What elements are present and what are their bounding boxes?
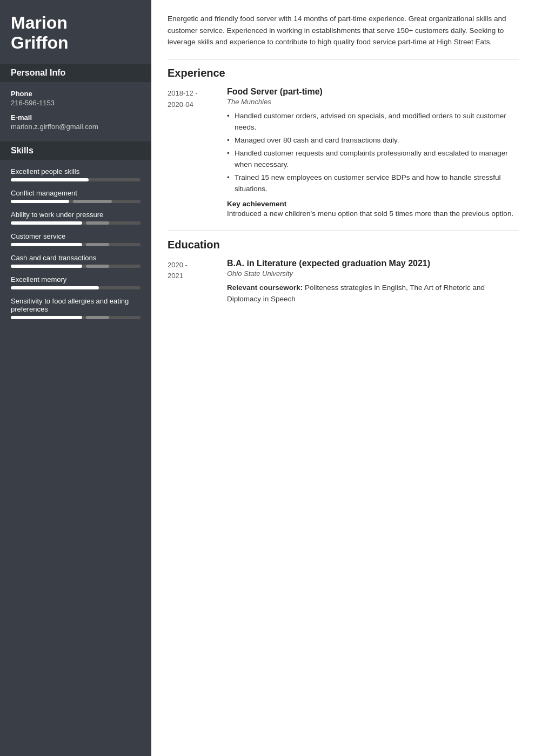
skill-bar: [11, 243, 141, 246]
skill-item: Sensitivity to food allergies and eating…: [11, 297, 141, 319]
skill-item: Excellent people skills: [11, 167, 141, 181]
skill-bar: [11, 221, 141, 225]
phone-value: 216-596-1153: [11, 99, 141, 107]
company-name: The Munchies: [227, 98, 519, 106]
bullet-item: Handled customer orders, advised on spec…: [227, 110, 519, 133]
phone-label: Phone: [11, 90, 141, 98]
skill-item: Cash and card transactions: [11, 254, 141, 268]
entry-content: Food Server (part-time)The MunchiesHandl…: [227, 87, 519, 220]
education-section-title: Education: [168, 239, 519, 251]
degree-title: B.A. in Literature (expected graduation …: [227, 259, 519, 268]
skills-header: Skills: [0, 141, 151, 160]
skill-item: Excellent memory: [11, 275, 141, 289]
experience-entry: 2018-12 - 2020-04Food Server (part-time)…: [168, 87, 519, 220]
skill-item: Conflict management: [11, 189, 141, 203]
experience-section-title: Experience: [168, 67, 519, 79]
bullet-item: Handled customer requests and complaints…: [227, 147, 519, 171]
email-value: marion.z.girffon@gmail.com: [11, 123, 141, 131]
entry-content: B.A. in Literature (expected graduation …: [227, 259, 519, 305]
personal-info-section: Phone 216-596-1153 E-mail marion.z.girff…: [0, 90, 151, 141]
skill-name: Excellent people skills: [11, 167, 141, 176]
experience-entries: 2018-12 - 2020-04Food Server (part-time)…: [168, 87, 519, 220]
key-achievement-text: Introduced a new children's menu option …: [227, 208, 519, 220]
bullet-list: Handled customer orders, advised on spec…: [227, 110, 519, 195]
coursework-text: Relevant coursework: Politeness strategi…: [227, 282, 519, 305]
skill-name: Customer service: [11, 232, 141, 240]
skill-bar: [11, 286, 141, 289]
job-title: Food Server (part-time): [227, 87, 519, 97]
school-name: Ohio State University: [227, 269, 519, 278]
education-entries: 2020 - 2021B.A. in Literature (expected …: [168, 259, 519, 305]
entry-date: 2018-12 - 2020-04: [168, 87, 227, 220]
skill-bar: [11, 265, 141, 268]
candidate-name: Marion Griffon: [0, 0, 151, 64]
main-content: Energetic and friendly food server with …: [151, 0, 535, 756]
entry-date: 2020 - 2021: [168, 259, 227, 305]
skill-name: Cash and card transactions: [11, 254, 141, 262]
skill-item: Ability to work under pressure: [11, 211, 141, 225]
skill-name: Excellent memory: [11, 275, 141, 284]
skills-section: Excellent people skillsConflict manageme…: [0, 167, 151, 338]
summary-text: Energetic and friendly food server with …: [168, 13, 519, 48]
skill-bar: [11, 200, 141, 203]
sidebar: Marion Griffon Personal Info Phone 216-5…: [0, 0, 151, 756]
skill-name: Conflict management: [11, 189, 141, 197]
skill-name: Ability to work under pressure: [11, 211, 141, 219]
education-divider: [168, 231, 519, 231]
bullet-item: Managed over 80 cash and card transactio…: [227, 134, 519, 146]
skill-bar: [11, 316, 141, 319]
bullet-item: Trained 15 new employees on customer ser…: [227, 172, 519, 195]
key-achievement-label: Key achievement: [227, 200, 286, 208]
personal-info-header: Personal Info: [0, 64, 151, 82]
coursework-label: Relevant coursework:: [227, 284, 305, 292]
skill-item: Customer service: [11, 232, 141, 246]
education-entry: 2020 - 2021B.A. in Literature (expected …: [168, 259, 519, 305]
skill-bar: [11, 178, 141, 181]
email-label: E-mail: [11, 113, 141, 122]
experience-divider: [168, 59, 519, 59]
skill-name: Sensitivity to food allergies and eating…: [11, 297, 141, 313]
